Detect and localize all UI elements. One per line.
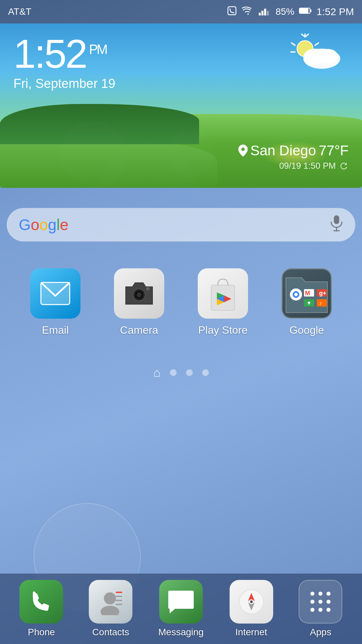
play-store-app[interactable]: Play Store: [193, 268, 253, 336]
internet-dock-item[interactable]: Internet: [230, 580, 273, 638]
google-logo: Google: [19, 216, 68, 234]
svg-point-27: [146, 287, 149, 290]
apps-dock-item[interactable]: Apps: [299, 580, 342, 638]
svg-text:g+: g+: [319, 290, 326, 297]
phone-svg: [29, 590, 53, 613]
email-label: Email: [42, 324, 69, 336]
svg-point-59: [326, 600, 330, 604]
contacts-label: Contacts: [92, 627, 129, 638]
camera-label: Camera: [120, 324, 158, 336]
contacts-dock-item[interactable]: Contacts: [89, 580, 132, 638]
weather-info: San Diego 77°F 09/19 1:50 PM: [238, 143, 349, 171]
page-dot-2[interactable]: [186, 369, 193, 376]
svg-rect-7: [310, 9, 311, 12]
page-dot-3[interactable]: [202, 369, 209, 376]
camera-svg: [122, 280, 156, 307]
phone-label: Phone: [28, 627, 55, 638]
email-icon[interactable]: [30, 268, 80, 319]
svg-point-60: [310, 608, 314, 612]
search-bar[interactable]: Google: [7, 208, 355, 241]
svg-point-35: [294, 293, 298, 296]
mic-svg: [330, 215, 343, 231]
messaging-icon[interactable]: [159, 580, 203, 624]
weather-widget[interactable]: 1:52PM Fri, September 19: [0, 23, 362, 188]
phone-icon[interactable]: [19, 580, 63, 624]
svg-point-56: [326, 592, 330, 596]
svg-point-61: [318, 608, 322, 612]
status-icons: 85% 1:52 PM: [227, 5, 354, 18]
location-pin-icon: [238, 145, 248, 157]
weather-sun-cloud-icon: [285, 34, 345, 74]
apps-icon[interactable]: [299, 580, 342, 624]
svg-point-26: [137, 292, 141, 297]
bokeh-3: [168, 131, 215, 178]
svg-rect-47: [116, 596, 122, 597]
wifi-icon: [242, 6, 254, 18]
svg-point-55: [318, 592, 322, 596]
weather-date: Fri, September 19: [13, 76, 115, 91]
camera-app[interactable]: Camera: [109, 268, 169, 336]
svg-rect-42: [317, 299, 327, 307]
page-dot-1[interactable]: [170, 369, 177, 376]
svg-rect-0: [228, 7, 236, 15]
play-store-icon[interactable]: [198, 268, 248, 319]
page-indicators: ⌂: [0, 366, 362, 380]
weather-time-date: 1:52PM Fri, September 19: [13, 34, 115, 91]
messaging-dock-item[interactable]: Messaging: [158, 580, 203, 638]
svg-rect-4: [267, 11, 269, 15]
internet-svg: [238, 588, 265, 615]
svg-point-53: [250, 600, 253, 603]
svg-text:▼: ▼: [306, 300, 312, 306]
dock: Phone Contacts Messaging: [0, 574, 362, 644]
internet-icon[interactable]: [230, 580, 273, 624]
svg-point-54: [310, 592, 314, 596]
phone-dock-item[interactable]: Phone: [19, 580, 63, 638]
svg-point-57: [310, 600, 314, 604]
svg-text:♪: ♪: [319, 300, 322, 306]
time-label: 1:52 PM: [316, 6, 354, 17]
google-folder-label: Google: [289, 324, 324, 336]
camera-icon[interactable]: [114, 268, 164, 319]
play-store-svg: [206, 275, 240, 312]
contacts-icon[interactable]: [89, 580, 132, 624]
svg-line-13: [315, 43, 318, 45]
email-app[interactable]: Email: [25, 268, 85, 336]
messaging-svg: [168, 589, 194, 614]
svg-rect-49: [116, 604, 122, 605]
svg-rect-48: [116, 600, 122, 601]
svg-rect-2: [261, 11, 263, 15]
refresh-icon: [339, 161, 349, 171]
home-page-indicator[interactable]: ⌂: [153, 366, 161, 380]
svg-line-11: [292, 43, 295, 45]
google-folder-svg: M g+ ▼ ♪: [283, 272, 330, 315]
weather-updated: 09/19 1:50 PM: [238, 161, 349, 171]
status-bar: AT&T 85% 1:52 PM: [0, 0, 362, 23]
play-store-label: Play Store: [198, 324, 248, 336]
apps-label: Apps: [310, 627, 331, 638]
messaging-label: Messaging: [158, 627, 203, 638]
svg-rect-46: [116, 592, 122, 593]
carrier-label: AT&T: [8, 6, 31, 17]
svg-rect-6: [300, 8, 308, 13]
svg-point-18: [319, 49, 338, 64]
svg-point-62: [326, 608, 330, 612]
voice-search-icon[interactable]: [330, 215, 343, 235]
nfc-icon: [227, 5, 237, 18]
svg-rect-1: [259, 13, 261, 15]
battery-icon: [299, 6, 312, 17]
svg-point-44: [104, 592, 116, 604]
internet-label: Internet: [235, 627, 267, 638]
search-bar-container[interactable]: Google: [7, 208, 355, 241]
battery-label: 85%: [276, 6, 294, 17]
app-icons-row: Email Camera: [0, 268, 362, 336]
svg-point-58: [318, 600, 322, 604]
svg-rect-3: [264, 9, 266, 15]
weather-clock: 1:52PM: [13, 34, 115, 74]
svg-rect-19: [334, 215, 339, 224]
google-folder-icon[interactable]: M g+ ▼ ♪: [282, 268, 332, 319]
svg-text:M: M: [305, 290, 310, 297]
apps-svg: [307, 588, 334, 615]
google-folder-app[interactable]: M g+ ▼ ♪ Google: [277, 268, 337, 336]
weather-icon-area: [285, 34, 345, 75]
signal-icon: [259, 6, 271, 18]
